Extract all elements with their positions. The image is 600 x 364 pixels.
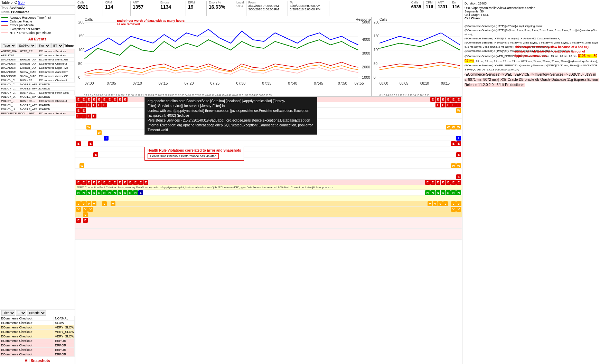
badge-d1-w: W	[456, 108, 461, 113]
go-link[interactable]: Go>	[18, 1, 25, 4]
tier-row-6[interactable]: ECommerce Checkout ERROR	[0, 339, 75, 343]
stats-epm: EPM 19	[186, 1, 207, 16]
badge-e-r1: E	[430, 97, 435, 102]
snapshot-callgraph: Call Graph: FULL	[465, 13, 598, 17]
event-type-10: POLICY_CON	[0, 87, 19, 90]
tier-app-6: ECommerce Checkout	[0, 339, 54, 343]
svg-text:100: 100	[78, 48, 85, 52]
stats-art: ART 1357	[131, 1, 158, 16]
event-subtype-14: MOBILE_APPLICATION	[19, 103, 57, 107]
left-chart-container: Entire hour worth of data, with as many …	[75, 17, 371, 96]
experie-filter[interactable]: Experie	[27, 310, 46, 316]
tier-row-3[interactable]: ECommerce Checkout VERY_SLOW	[0, 325, 75, 330]
event-tier-13: ECommerce Checkout	[38, 99, 75, 103]
badge-ope-wr2: W	[456, 163, 461, 168]
event-type-7: DIAGNOSTI	[0, 74, 19, 78]
badge-m1-e: E	[76, 141, 81, 146]
legend-http: HTTP Error Codes per Minute	[1, 31, 73, 35]
tier-exp-1: NORMAL	[54, 316, 75, 320]
event-row-3[interactable]: DIAGNOSTI ERROR_DIA ECommerce /items/,GE	[0, 58, 75, 62]
badge-e-4: E	[92, 97, 96, 102]
tier-filter-bottom[interactable]: Tier	[1, 310, 15, 316]
svg-text:07:10: 07:10	[133, 82, 142, 85]
svg-text:07:50: 07:50	[338, 82, 347, 85]
badge-upg-e: E	[456, 174, 461, 179]
event-row-1[interactable]: AGENT_DIA HTTP_ERRO ECommerce-Services	[0, 49, 75, 54]
subtyp-filter[interactable]: SubTyp	[17, 43, 36, 48]
event-tier-1: ECommerce-Services	[38, 49, 75, 53]
tier-row-1[interactable]: ECommerce Checkout NORMAL	[0, 316, 75, 321]
tooltip-text: org.apache.catalina.core.ContainerBase.[…	[148, 99, 314, 108]
badge-e-1: E	[76, 97, 81, 102]
badge-e-9: E	[118, 97, 122, 102]
svg-text:07:15: 07:15	[159, 82, 168, 85]
tier-badges-vs2: V V V V V	[75, 207, 462, 212]
tier-row-5[interactable]: ECommerce Checkout VERY_SLOW	[0, 334, 75, 339]
t-filter[interactable]: T	[16, 310, 26, 316]
snapshot-duration: Duration: 25403	[465, 1, 598, 6]
svg-text:50: 50	[78, 62, 83, 66]
event-row-7[interactable]: DIAGNOSTI SLOW_DIAG ECommerce /items/,GE	[0, 74, 75, 78]
badge-fc-e: E	[93, 152, 98, 157]
legend-http-label: HTTP Error Codes per Minute	[10, 31, 51, 35]
event-row-9[interactable]: POLICY_CLO MOBILE_APPLICATION	[0, 83, 75, 87]
from-utc: 3/30/2018 2:00:00 PM	[249, 8, 285, 11]
svg-text:100: 100	[374, 48, 379, 52]
tier-row-2[interactable]: ECommerce Checkout SLOW	[0, 321, 75, 325]
to-label: To	[290, 1, 327, 4]
event-row-15[interactable]: POLICY_UPG MOBILE_APPLICATION	[0, 107, 75, 112]
svg-text:07:00: 07:00	[85, 82, 94, 85]
badge-d1-1: E	[76, 108, 81, 113]
event-row-2[interactable]: APPLICATION_ERROR ECommerce-Services	[0, 54, 75, 58]
tier-row-8[interactable]: ECommerce Checkout ERROR	[0, 348, 75, 352]
svg-text:08:00: 08:00	[379, 82, 388, 85]
type-filter[interactable]: Type	[1, 43, 16, 48]
stats-cpm: CPM 114	[103, 1, 131, 16]
event-row-5[interactable]: DIAGNOSTI ERROR_DIA ECommerce Login - Mo	[0, 66, 75, 70]
badge-e-r4: E	[446, 97, 451, 102]
badge-e-7: E	[107, 97, 112, 102]
events-list: AGENT_DIA HTTP_ERRO ECommerce-Services A…	[0, 49, 75, 309]
snapshot-url: URL: /appdynamicspilot/ViewCart!sendItem…	[465, 6, 598, 10]
tier-row-9[interactable]: ECommerce Checkout ERROR	[0, 352, 75, 357]
event-row-10[interactable]: POLICY_CON MOBILE_APPLICATION	[0, 87, 75, 91]
chart-legend: Average Response Time (ms) Calls per Min…	[0, 15, 75, 36]
epct-label: Errors %	[209, 1, 232, 4]
tier-exp-7: ERROR	[54, 343, 75, 347]
event-row-14[interactable]: POLICY_OPE MOBILE_APPLICATION	[0, 103, 75, 107]
event-row-4[interactable]: DIAGNOSTI ERROR_DIA ECommerce Checkout	[0, 62, 75, 66]
tier-row-7[interactable]: ECommerce Checkout ERROR	[0, 343, 75, 348]
main-layout: Table of C Go> Type Application Name ECo…	[0, 0, 600, 364]
event-row-8[interactable]: POLICY_CLO BUSINESS_T ECommerce Checkout	[0, 78, 75, 83]
svg-text:07:25: 07:25	[210, 82, 220, 85]
badge-e-r6: E	[456, 97, 461, 102]
event-row-6[interactable]: DIAGNOSTI SLOW_DIAG ECommerce /cart/,GET	[0, 70, 75, 74]
svg-text:0: 0	[374, 76, 376, 79]
legend-art-line	[1, 17, 8, 18]
tier-row-4[interactable]: ECommerce Checkout VERY_SLOW	[0, 330, 75, 334]
badge-e-r5: E	[451, 97, 456, 102]
badge-ae-3: E	[86, 103, 91, 107]
event-row-12[interactable]: POLICY_DOV MOBILE_APPLICATION	[0, 95, 75, 99]
snapshot-detail-panel: Duration: 25403 URL: /appdynamicspilot/V…	[462, 0, 600, 364]
art-label: ART	[133, 1, 156, 4]
tooltip-overlay: org.apache.catalina.core.ContainerBase.[…	[144, 97, 317, 135]
right-chart-container: 200 150 100 50 0 08:00	[372, 17, 462, 96]
event-row-11[interactable]: POLICY_CON BUSINESS_T ECommerce Fetch Ca…	[0, 91, 75, 95]
stats-to: To 3/30/2018 8:00:00 AM 3/30/2018 3:00:0…	[288, 1, 329, 16]
table-of-c-label: Table of C	[1, 1, 17, 4]
event-row-16[interactable]: RESOURCE_POOL_LIMIT ECommerce-Services	[0, 112, 75, 116]
event-row-13[interactable]: POLICY_OPE BUSINESS_T ECommerce Checkout	[0, 99, 75, 103]
tier-filter[interactable]: Tier	[37, 43, 50, 48]
badge-e-r3: E	[441, 97, 446, 102]
stats-err-r: Err 116	[450, 1, 462, 9]
svg-text:1000: 1000	[362, 76, 370, 79]
event-type-11: POLICY_CON	[0, 91, 19, 95]
event-subtype-7: SLOW_DIAG	[19, 74, 38, 78]
event-tier-2: ECommerce-Services	[38, 54, 75, 57]
all-events-title: All Events	[28, 37, 46, 41]
badge-ae-r3: E	[446, 103, 451, 107]
badge-e-6: E	[102, 97, 107, 102]
event-type-15: POLICY_UPG	[0, 107, 19, 111]
bt-filter[interactable]: BT	[51, 43, 64, 48]
